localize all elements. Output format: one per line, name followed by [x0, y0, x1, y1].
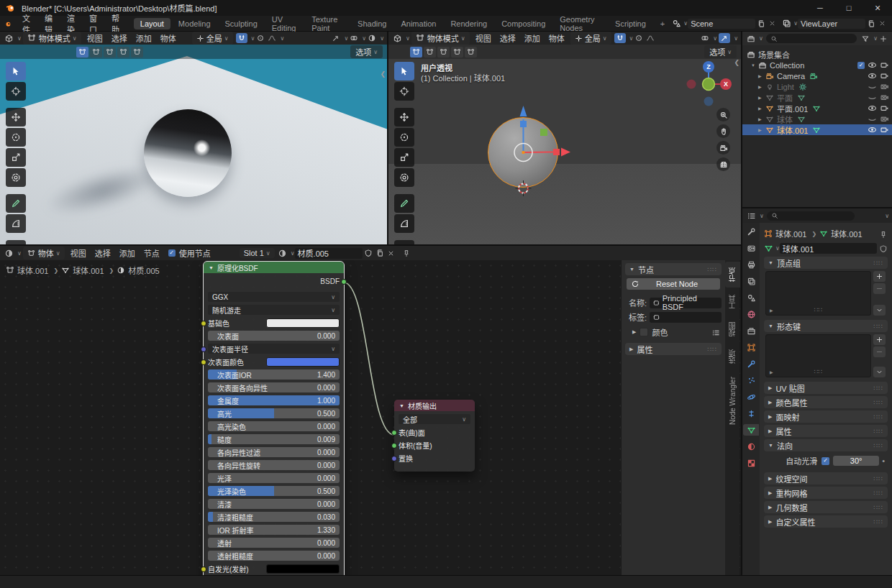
panel-node[interactable]: ▼节点∷∷	[625, 263, 722, 275]
sidebar-collapse-arrow-left[interactable]: ❮	[380, 70, 386, 78]
sheen-slider[interactable]: 光泽0.000	[208, 473, 340, 483]
base-color-swatch[interactable]	[266, 318, 340, 328]
breadcrumb-object[interactable]: 球体.001	[775, 228, 806, 239]
menu-view[interactable]: 视图	[66, 247, 91, 259]
expand-arrow[interactable]: ▶	[758, 127, 765, 132]
new-collection-icon[interactable]	[879, 35, 888, 43]
tab-texture[interactable]	[743, 457, 759, 469]
display-mode-icon[interactable]	[747, 35, 755, 43]
clearcoat-roughness-slider[interactable]: 清漆粗糙度0.030	[208, 512, 340, 522]
proportional-editing[interactable]	[634, 34, 643, 42]
panel-color-attributes[interactable]: ▶颜色属性∷∷	[764, 396, 888, 408]
disable-render-icon[interactable]	[880, 125, 889, 134]
view-layer-icon[interactable]	[782, 19, 791, 28]
select-mode-new[interactable]	[410, 47, 422, 58]
tool-move[interactable]	[6, 108, 26, 127]
tab-node[interactable]: 节点	[725, 262, 740, 288]
tool-cursor[interactable]	[394, 82, 414, 101]
new-scene-icon[interactable]	[757, 19, 765, 28]
select-mode-invert[interactable]	[117, 47, 129, 58]
tool-cursor[interactable]	[6, 82, 26, 101]
menu-node[interactable]: 节点	[140, 247, 164, 259]
input-socket[interactable]	[201, 359, 206, 365]
blender-menu-icon[interactable]	[4, 19, 12, 29]
breadcrumb-data[interactable]: 球体.001	[831, 228, 862, 239]
menu-select[interactable]: 选择	[91, 247, 115, 259]
workspace-tab-sculpting[interactable]: Sculpting	[219, 18, 264, 29]
snap-toggle[interactable]	[236, 33, 247, 43]
tab-options[interactable]: 选项	[725, 344, 740, 369]
input-socket[interactable]	[201, 566, 206, 572]
copy-material-icon[interactable]	[376, 249, 384, 257]
options-button-left[interactable]: 选项∨	[350, 45, 383, 58]
vertex-groups-list[interactable]: ▶∷∷	[765, 271, 871, 316]
tool-annotate[interactable]	[394, 194, 414, 213]
vertex-group-specials-button[interactable]	[873, 305, 886, 316]
input-socket[interactable]	[201, 321, 206, 326]
add-shape-key-button[interactable]	[873, 334, 886, 345]
ior-field[interactable]: IOR 折射率1.330	[208, 525, 340, 535]
viewport-left[interactable]: ∨ 物体模式∨ 视图 选择 添加 物体 全局∨ ∨ ∨ ∨ ∨ ∨ ❮	[0, 32, 387, 244]
tab-object[interactable]	[743, 341, 759, 353]
tab-particles[interactable]	[743, 375, 759, 386]
workspace-tab-scripting[interactable]: Scripting	[609, 18, 652, 29]
input-socket[interactable]	[201, 346, 206, 352]
camera-view-button[interactable]	[716, 141, 730, 155]
expand-arrow[interactable]: ▼	[751, 63, 758, 68]
presets-list-icon[interactable]	[711, 329, 720, 337]
node-material-output[interactable]: ▼材质输出 全部∨ 表(曲)面 体积(音量) 置换	[394, 400, 475, 472]
node-principled-bsdf[interactable]: ▼原理化BSDF BSDF GGX∨ 随机游走∨ 基础色	[204, 262, 344, 575]
options-button-right[interactable]: 选项∨	[704, 45, 737, 58]
gizmo-toggle[interactable]	[332, 34, 340, 42]
minimize-button[interactable]: ─	[806, 0, 834, 16]
outliner-row-scene-collection[interactable]: 场景集合	[742, 49, 892, 60]
subsurface-method-dropdown[interactable]: 随机游走∨	[208, 305, 340, 315]
outliner-row-sphere[interactable]: ▶ 球体	[742, 114, 892, 124]
close-button[interactable]: ×	[863, 0, 892, 16]
select-mode-new[interactable]	[76, 47, 88, 58]
maximize-button[interactable]: □	[834, 0, 863, 16]
emission-color-swatch[interactable]	[266, 564, 340, 574]
expand-arrow[interactable]: ▶	[758, 106, 765, 111]
metallic-slider[interactable]: 金属度1.000	[208, 395, 340, 405]
tab-view[interactable]: 视图	[725, 316, 740, 342]
scene-icon[interactable]	[672, 19, 681, 28]
tool-rotate[interactable]	[6, 128, 26, 147]
remove-shape-key-button[interactable]	[873, 346, 886, 357]
outliner-row-light[interactable]: ▶ Light	[742, 81, 892, 92]
new-view-layer-icon[interactable]	[867, 19, 875, 28]
menu-add[interactable]: 添加	[132, 32, 156, 44]
editor-type-properties-icon[interactable]	[747, 211, 756, 221]
menu-add[interactable]: 添加	[520, 32, 545, 44]
editor-type-3d-icon[interactable]	[393, 34, 402, 43]
reset-node-button[interactable]: Reset Node	[627, 278, 720, 290]
distribution-dropdown[interactable]: GGX∨	[208, 292, 340, 302]
render-disabled-icon[interactable]	[880, 93, 889, 102]
auto-smooth-checkbox[interactable]: ✓	[822, 457, 829, 465]
tab-node-wrangler[interactable]: Node Wrangler	[727, 371, 739, 431]
bsdf-output-socket[interactable]	[341, 279, 347, 285]
gizmo-toggle[interactable]	[719, 33, 730, 43]
animate-dot[interactable]: •	[882, 456, 885, 465]
tab-physics[interactable]	[743, 391, 759, 403]
menu-view[interactable]: 视图	[83, 32, 107, 44]
menu-object[interactable]: 物体	[156, 32, 181, 44]
menu-select[interactable]: 选择	[496, 32, 520, 44]
sidebar-collapse-arrow-right[interactable]: ❮	[734, 59, 739, 66]
output-target-dropdown[interactable]: 全部∨	[399, 414, 470, 424]
render-disabled-icon[interactable]	[880, 114, 889, 124]
workspace-tab-compositing[interactable]: Compositing	[495, 18, 552, 29]
panel-face-maps[interactable]: ▶面映射∷∷	[764, 410, 888, 423]
overlays-toggle[interactable]	[701, 34, 709, 42]
disable-render-icon[interactable]	[880, 60, 889, 70]
workspace-tab-texture-paint[interactable]: Texture Paint	[305, 14, 350, 34]
shading-mode[interactable]	[368, 34, 376, 42]
outliner-row-plane[interactable]: ▶ 平面	[742, 92, 892, 103]
select-mode-subtract[interactable]	[437, 47, 450, 58]
node-label-field[interactable]	[650, 312, 722, 323]
tab-scene[interactable]	[743, 292, 759, 303]
hide-viewport-icon[interactable]	[868, 104, 877, 113]
panel-normals[interactable]: ▼法向∷∷	[764, 439, 888, 451]
material-slot-selector[interactable]: Slot 1∨	[240, 248, 275, 258]
unlink-material-icon[interactable]	[387, 249, 395, 257]
